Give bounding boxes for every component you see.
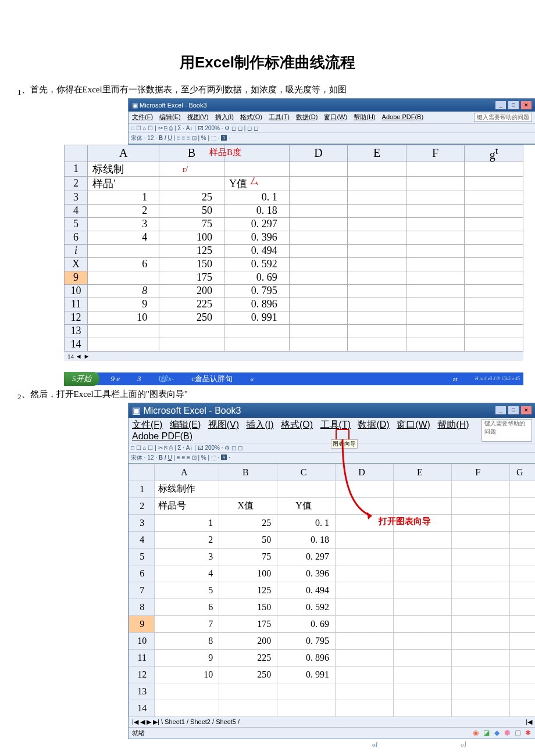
row-header[interactable]: 10 — [129, 632, 155, 649]
cell[interactable]: 2 — [155, 531, 219, 548]
cell[interactable]: 5 — [155, 582, 219, 599]
row-header[interactable]: 14 — [129, 700, 155, 716]
cell[interactable]: 225 — [159, 298, 224, 311]
cell[interactable]: 150 — [159, 257, 224, 271]
row-header-selected[interactable]: 9 — [129, 615, 155, 632]
row-header[interactable]: 5 — [129, 548, 155, 565]
cell[interactable]: 0. 396 — [277, 565, 336, 582]
row-header-selected[interactable]: 9 — [65, 271, 88, 284]
cell[interactable]: 200 — [159, 284, 224, 298]
menu-insert[interactable]: 插入(I) — [246, 420, 273, 429]
cell[interactable]: 100 — [219, 565, 277, 582]
sheet-tab-strip[interactable]: 14 ◄ ► — [64, 352, 523, 361]
cell[interactable]: 0. 69 — [277, 615, 336, 632]
col-header-E[interactable]: E — [348, 145, 406, 162]
menu-window[interactable]: 窗口(W) — [324, 113, 347, 120]
row-header[interactable]: 4 — [65, 204, 88, 217]
cell[interactable]: 1 — [155, 514, 219, 531]
row-header[interactable]: 6 — [129, 565, 155, 582]
menu-edit[interactable]: 编辑(E) — [159, 113, 181, 120]
cell[interactable]: 150 — [219, 599, 277, 615]
cell[interactable]: 0. 592 — [224, 257, 289, 271]
row-header[interactable]: 3 — [129, 514, 155, 531]
tray-icon[interactable]: ◆ — [493, 729, 501, 737]
row-header[interactable]: 12 — [65, 311, 88, 324]
cell[interactable]: 10 — [88, 311, 159, 324]
cell[interactable]: Y值 — [277, 497, 336, 514]
close-icon[interactable]: ✕ — [520, 101, 532, 110]
menu-insert[interactable]: 插入(I) — [215, 113, 234, 120]
cell[interactable] — [88, 244, 159, 257]
close-icon[interactable]: ✕ — [520, 406, 532, 415]
cell[interactable]: 50 — [159, 204, 224, 217]
corner-cell[interactable] — [65, 145, 88, 162]
cell[interactable]: 6 — [88, 257, 159, 271]
cell[interactable]: 8 — [155, 632, 219, 649]
menu-edit[interactable]: 编辑(E) — [170, 420, 201, 429]
cell[interactable]: 0. 494 — [224, 244, 289, 257]
start-button[interactable]: 5开始 — [64, 372, 99, 386]
cell[interactable]: 0. 396 — [224, 231, 289, 244]
cell[interactable]: 250 — [159, 311, 224, 324]
cell[interactable]: 0. 1 — [277, 514, 336, 531]
tray-icon[interactable]: ◪ — [482, 729, 490, 737]
cell[interactable]: 25 — [159, 191, 224, 204]
cell[interactable]: 8 — [88, 284, 159, 298]
row-header[interactable]: 4 — [129, 531, 155, 548]
cell[interactable]: 0. 795 — [224, 284, 289, 298]
cell[interactable]: 0. 494 — [277, 582, 336, 599]
cell[interactable]: 0. 297 — [277, 548, 336, 565]
cell[interactable] — [88, 271, 159, 284]
cell[interactable]: 175 — [219, 615, 277, 632]
cell[interactable]: X值 — [219, 497, 277, 514]
cell[interactable]: 0. 297 — [224, 217, 289, 231]
menu-window[interactable]: 窗口(W) — [397, 420, 430, 429]
menu-help[interactable]: 帮助(H) — [354, 113, 375, 120]
formatting-toolbar[interactable]: 宋体 · 12 · B I U | ≡ ≡ ≡ ⊡ | % | ⬚ · 🅰 · — [129, 133, 535, 144]
minimize-icon[interactable]: _ — [495, 406, 507, 415]
cell[interactable]: 3 — [155, 548, 219, 565]
cell[interactable]: 0. 18 — [277, 531, 336, 548]
cell[interactable]: 3 — [88, 217, 159, 231]
cell[interactable]: 0. 1 — [224, 191, 289, 204]
cell[interactable]: 样品号 — [155, 497, 219, 514]
col-header-B[interactable]: B — [219, 464, 277, 481]
col-header-G[interactable]: G — [509, 464, 535, 481]
minimize-icon[interactable]: _ — [495, 101, 507, 110]
cell[interactable]: 6 — [155, 599, 219, 615]
row-header[interactable]: 11 — [129, 649, 155, 666]
cell[interactable]: 标线制作 — [155, 481, 219, 497]
cell[interactable]: 75 — [159, 217, 224, 231]
tray-icon[interactable]: ✱ — [524, 729, 532, 737]
chart-wizard-icon[interactable]: 🗠 — [198, 445, 204, 451]
help-search-input[interactable]: 键入需要帮助的问题 — [474, 113, 532, 122]
col-header-D[interactable]: D — [289, 145, 348, 162]
taskbar-item[interactable]: 3 — [137, 374, 141, 384]
cell[interactable]: 0. 18 — [224, 204, 289, 217]
maximize-icon[interactable]: □ — [508, 406, 519, 415]
menu-view[interactable]: 视图(V) — [208, 420, 239, 429]
row-header[interactable]: 1 — [129, 481, 155, 497]
cell[interactable]: 1 — [88, 191, 159, 204]
row-header[interactable]: 13 — [129, 683, 155, 700]
menu-format[interactable]: 格式(O) — [281, 420, 313, 429]
menu-format[interactable]: 格式(O) — [240, 113, 262, 120]
cell[interactable]: 200 — [219, 632, 277, 649]
col-header-A[interactable]: A — [88, 145, 159, 162]
standard-toolbar[interactable]: □ ☐ ⌂ ☐ | ✂ ⎘ ⎙ | Σ · A↓ | 🗠 200% · ⚙ ◻ … — [129, 124, 535, 133]
row-header[interactable]: 10 — [65, 284, 88, 298]
col-header-F[interactable]: F — [406, 145, 465, 162]
row-header[interactable]: 2 — [129, 497, 155, 514]
menu-data[interactable]: 数据(D) — [296, 113, 318, 120]
cell[interactable]: 175 — [159, 271, 224, 284]
cell[interactable]: 9 — [88, 298, 159, 311]
tray-icon[interactable]: ◉ — [472, 729, 480, 737]
row-header[interactable]: 12 — [129, 666, 155, 683]
col-header-G[interactable]: gt — [465, 145, 523, 162]
cell[interactable]: 125 — [219, 582, 277, 599]
cell[interactable]: 样品' — [88, 176, 159, 191]
cell[interactable]: 0. 592 — [277, 599, 336, 615]
cell[interactable]: 250 — [219, 666, 277, 683]
corner-cell[interactable] — [129, 464, 155, 481]
taskbar-item[interactable]: 9 e — [111, 374, 120, 384]
